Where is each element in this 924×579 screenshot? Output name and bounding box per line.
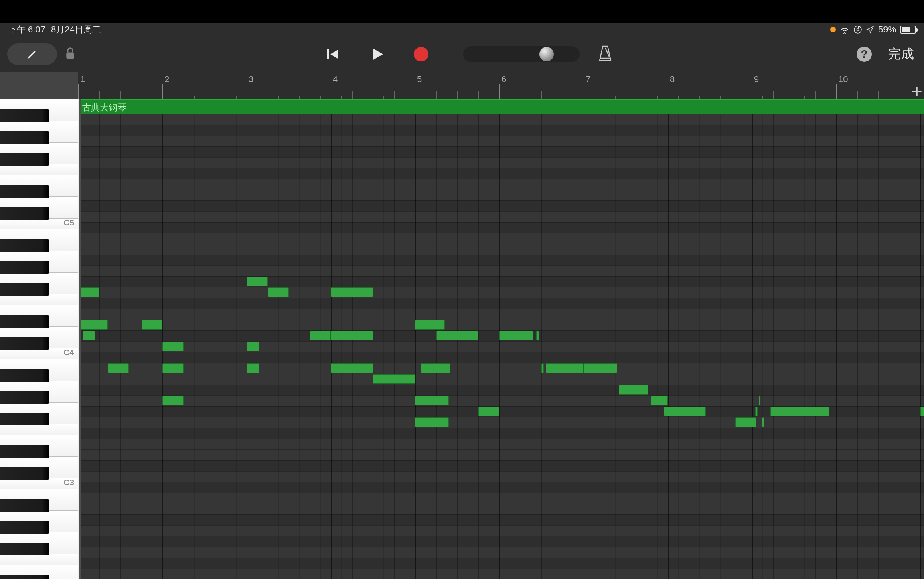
midi-note[interactable] — [415, 417, 449, 427]
midi-note[interactable] — [478, 407, 500, 416]
grid-row-line — [78, 374, 924, 374]
midi-note[interactable] — [373, 374, 415, 384]
add-button[interactable]: + — [911, 80, 922, 102]
midi-note[interactable] — [83, 331, 95, 340]
white-key[interactable] — [0, 164, 78, 175]
midi-note[interactable] — [770, 407, 829, 416]
midi-note[interactable] — [331, 331, 373, 340]
grid-col-line — [563, 99, 563, 579]
white-key[interactable] — [0, 424, 78, 435]
midi-note[interactable] — [415, 396, 449, 405]
lock-button[interactable] — [64, 47, 76, 62]
play-button[interactable] — [355, 43, 399, 65]
ruler-tick — [142, 91, 142, 99]
midi-note[interactable] — [162, 342, 184, 351]
midi-note[interactable] — [415, 320, 445, 330]
playhead[interactable] — [78, 99, 79, 579]
midi-note[interactable] — [735, 417, 756, 427]
black-key[interactable] — [0, 499, 49, 512]
edit-button[interactable] — [7, 43, 57, 65]
midi-note[interactable] — [142, 320, 163, 330]
grid-col-line — [836, 99, 837, 579]
ruler-bar-number: 6 — [501, 74, 506, 85]
black-key[interactable] — [0, 543, 49, 555]
black-key[interactable] — [0, 153, 49, 166]
midi-note[interactable] — [247, 342, 259, 351]
midi-note[interactable] — [664, 407, 706, 416]
midi-note[interactable] — [108, 363, 129, 373]
black-key[interactable] — [0, 575, 49, 579]
midi-note[interactable] — [920, 407, 924, 416]
black-key[interactable] — [0, 391, 49, 404]
midi-note[interactable] — [536, 331, 539, 340]
slider-knob[interactable] — [539, 47, 554, 61]
ruler-tick — [184, 91, 184, 99]
black-key[interactable] — [0, 109, 49, 122]
black-key[interactable] — [0, 369, 49, 382]
rewind-button[interactable] — [311, 43, 355, 65]
midi-note[interactable] — [331, 363, 373, 373]
grid-row-shade — [78, 125, 924, 136]
region-header[interactable]: 古典大钢琴 — [78, 99, 924, 114]
grid-col-line — [762, 99, 763, 579]
midi-note[interactable] — [78, 320, 108, 330]
grid-row-line — [78, 493, 924, 493]
grid-col-line — [910, 99, 910, 579]
midi-note[interactable] — [762, 417, 764, 427]
black-key[interactable] — [0, 239, 49, 252]
piano-keyboard[interactable]: C5C4C3 — [0, 99, 78, 579]
ruler[interactable]: + 12345678910 — [0, 72, 924, 99]
black-key[interactable] — [0, 283, 49, 296]
midi-note[interactable] — [78, 287, 99, 297]
black-key[interactable] — [0, 467, 49, 480]
white-key[interactable]: C5 — [0, 219, 78, 229]
midi-note[interactable] — [421, 363, 451, 373]
grid-col-line — [215, 99, 215, 579]
done-button[interactable]: 完成 — [888, 45, 914, 63]
master-slider[interactable] — [463, 46, 580, 62]
ruler-tick — [331, 84, 331, 99]
midi-note[interactable] — [619, 385, 648, 395]
black-key[interactable] — [0, 413, 49, 425]
white-key[interactable]: C4 — [0, 348, 78, 359]
black-key[interactable] — [0, 337, 49, 350]
midi-note[interactable] — [436, 331, 478, 340]
white-key[interactable] — [0, 554, 78, 565]
midi-note[interactable] — [541, 363, 544, 373]
grid-row-line — [78, 179, 924, 179]
black-key[interactable] — [0, 315, 49, 328]
midi-note[interactable] — [759, 396, 760, 405]
record-button[interactable] — [399, 43, 443, 65]
midi-note[interactable] — [546, 363, 584, 373]
black-key[interactable] — [0, 261, 49, 274]
metronome-button[interactable] — [597, 45, 613, 64]
note-grid[interactable]: 古典大钢琴 — [78, 99, 924, 579]
ruler-tick — [531, 96, 531, 99]
midi-note[interactable] — [162, 396, 184, 405]
ruler-tick — [426, 96, 426, 99]
ruler-track[interactable]: + 12345678910 — [78, 72, 924, 99]
midi-note[interactable] — [162, 363, 184, 373]
grid-col-line — [373, 99, 373, 579]
white-key[interactable] — [0, 294, 78, 305]
black-key[interactable] — [0, 185, 49, 198]
midi-note[interactable] — [247, 277, 268, 286]
midi-note[interactable] — [247, 363, 259, 373]
black-key[interactable] — [0, 521, 49, 534]
help-button[interactable]: ? — [857, 47, 872, 62]
midi-note[interactable] — [268, 287, 289, 297]
grid-col-line — [426, 99, 426, 579]
black-key[interactable] — [0, 131, 49, 144]
midi-note[interactable] — [331, 287, 373, 297]
midi-note[interactable] — [584, 363, 617, 373]
black-key[interactable] — [0, 207, 49, 220]
grid-col-line — [173, 99, 173, 579]
ruler-tick — [636, 96, 636, 99]
midi-note[interactable] — [499, 331, 533, 340]
midi-note[interactable] — [755, 407, 757, 416]
white-key[interactable]: C3 — [0, 478, 78, 489]
midi-note[interactable] — [651, 396, 668, 405]
status-bar: 下午 6:07 8月24日周二 59% — [0, 23, 924, 36]
midi-note[interactable] — [310, 331, 331, 340]
black-key[interactable] — [0, 445, 49, 458]
